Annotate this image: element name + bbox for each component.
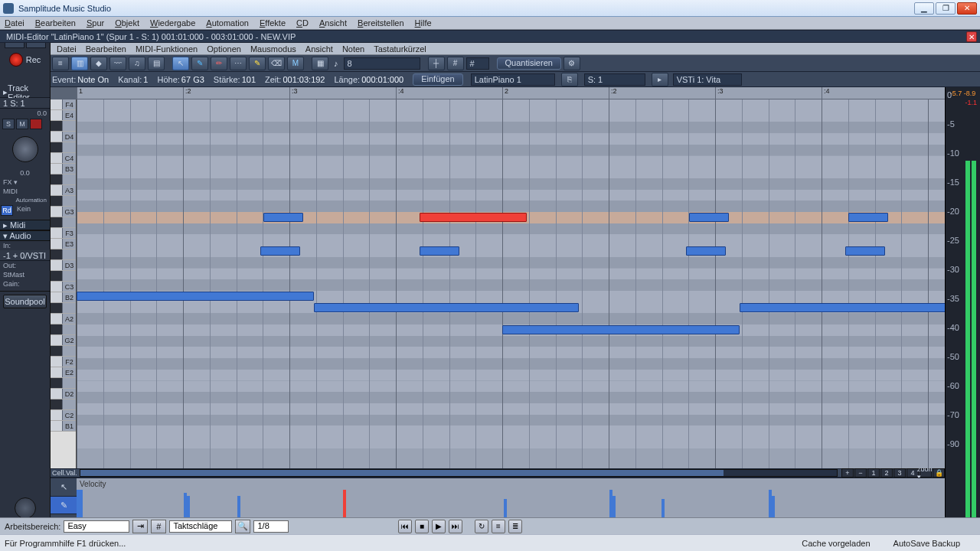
midi-note[interactable] <box>314 303 579 312</box>
track-select[interactable]: LatinPiano 1 <box>471 73 555 86</box>
zoom-3[interactable]: 3 <box>893 468 906 478</box>
menu-bereitstellen[interactable]: Bereitstellen <box>358 18 404 28</box>
velocity-draw-tool[interactable]: ✎ <box>51 497 77 515</box>
velocity-tool-button[interactable]: ✎ <box>249 57 266 70</box>
menu-datei[interactable]: Datei <box>5 18 24 28</box>
draw-tool-button[interactable]: ✎ <box>191 57 208 70</box>
midi-button[interactable]: MIDI <box>0 187 50 196</box>
arm-record-button[interactable] <box>30 119 42 129</box>
midi-menu-noten[interactable]: Noten <box>342 44 364 54</box>
grid-fraction-select[interactable]: 1/8 <box>253 520 289 533</box>
select-tool-button[interactable]: ↖ <box>172 57 189 70</box>
note-value-select[interactable]: 8 <box>344 57 420 70</box>
channel-value[interactable]: 1 <box>143 75 148 84</box>
insert-button[interactable]: Einfügen <box>413 73 462 86</box>
vsti-edit-button[interactable]: ▸ <box>652 73 668 86</box>
erase-tool-button[interactable]: ⌫ <box>268 57 285 70</box>
note-grid[interactable] <box>77 99 945 468</box>
menu-ansicht[interactable]: Ansicht <box>319 18 347 28</box>
midi-menu-optionen[interactable]: Optionen <box>207 44 241 54</box>
h-scrollbar[interactable] <box>80 469 838 477</box>
pan-knob[interactable] <box>12 136 38 162</box>
zoom-tool-button[interactable]: M <box>287 57 304 70</box>
midi-note[interactable] <box>420 246 459 256</box>
velocity-value[interactable]: 101 <box>242 75 256 84</box>
soundpool-button[interactable]: Soundpool <box>3 295 47 308</box>
mute-button[interactable]: M <box>16 119 28 129</box>
event-view-button[interactable]: ▤ <box>148 57 165 70</box>
solo-button[interactable]: S <box>2 119 15 129</box>
quantize-grid-button[interactable]: ▦ <box>312 57 328 70</box>
drum-view-button[interactable]: ◆ <box>90 57 107 70</box>
grid-unit-select[interactable]: Taktschläge <box>169 520 232 533</box>
quantize-settings-button[interactable]: ⚙ <box>564 57 580 70</box>
slot-select[interactable]: S: 1 <box>584 73 645 86</box>
marker-button[interactable]: ⇥ <box>132 520 148 533</box>
midi-note[interactable] <box>420 213 527 222</box>
score-view-button[interactable]: ♫ <box>129 57 145 70</box>
zoom-+[interactable]: + <box>841 468 854 478</box>
grid-toggle-button[interactable]: # <box>151 520 166 533</box>
midi-note[interactable] <box>77 292 314 301</box>
workspace-select[interactable]: Easy <box>64 520 129 533</box>
snap-grid-button[interactable]: # <box>447 57 464 70</box>
midi-editor-close-button[interactable]: ✕ <box>966 31 977 42</box>
midi-menu-ansicht[interactable]: Ansicht <box>305 44 333 54</box>
audio-section-header[interactable]: ▾ Audio <box>0 230 50 241</box>
audio-out-value[interactable]: StMast <box>0 270 50 279</box>
timeline-ruler[interactable]: 1:2:3:42:2:3:4 <box>77 87 945 99</box>
wave-view-button[interactable]: 〰 <box>109 57 126 70</box>
midi-note[interactable] <box>502 325 740 334</box>
snap-button[interactable]: ┼ <box>428 57 445 70</box>
midi-note[interactable] <box>689 213 729 222</box>
midi-menu-tastaturkürzel[interactable]: Tastaturkürzel <box>374 44 426 54</box>
list-view-button[interactable]: ≡ <box>52 57 69 70</box>
stop-button[interactable]: ■ <box>415 520 429 533</box>
menu-hilfe[interactable]: Hilfe <box>415 18 432 28</box>
pianoroll-view-button[interactable]: ▥ <box>71 57 88 70</box>
piano-keyboard[interactable]: F4E4D4C4B3A3G3F3E3D3C3B2A2G2F2E2D2C2B1 <box>51 99 77 468</box>
velocity-select-tool[interactable]: ↖ <box>51 478 77 497</box>
menu-bearbeiten[interactable]: Bearbeiten <box>35 18 76 28</box>
midi-section-header[interactable]: ▸ Midi <box>0 220 50 230</box>
midi-note[interactable] <box>848 213 888 222</box>
restore-button[interactable]: ❐ <box>936 2 956 15</box>
punch-button[interactable]: ≡ <box>492 520 505 533</box>
midi-menu-midi-funktionen[interactable]: MIDI-Funktionen <box>136 44 198 54</box>
snap-value-select[interactable]: # <box>466 57 489 70</box>
midi-note[interactable] <box>260 246 300 256</box>
menu-wiedergabe[interactable]: Wiedergabe <box>150 18 195 28</box>
menu-effekte[interactable]: Effekte <box>260 18 286 28</box>
zoom-2[interactable]: 2 <box>880 468 893 478</box>
track-link-button[interactable]: ⎘ <box>561 73 578 86</box>
vsti-select[interactable]: VSTi 1: Vita <box>673 73 742 86</box>
fx-button[interactable]: FX ▾ <box>0 178 50 187</box>
zoom-tool[interactable]: 🔍 <box>235 520 250 533</box>
menu-objekt[interactable]: Objekt <box>115 18 139 28</box>
read-automation-button[interactable]: Rd <box>1 205 13 216</box>
midi-note[interactable] <box>263 213 303 222</box>
close-button[interactable]: ✕ <box>957 2 977 15</box>
midi-menu-datei[interactable]: Datei <box>57 44 77 54</box>
drum-tool-button[interactable]: ✏ <box>211 57 227 70</box>
pitch-value[interactable]: 67 G3 <box>181 75 204 84</box>
rewind-button[interactable]: ⏮ <box>398 520 412 533</box>
zoom-−[interactable]: − <box>854 468 867 478</box>
minimize-button[interactable]: ▁ <box>914 2 934 15</box>
record-button[interactable] <box>9 53 23 67</box>
metronome-button[interactable]: ≣ <box>508 520 522 533</box>
menu-spur[interactable]: Spur <box>87 18 104 28</box>
midi-note[interactable] <box>686 246 726 256</box>
play-button[interactable]: ▶ <box>432 520 446 533</box>
audio-in-value[interactable]: -1 + 0/VSTI <box>0 250 50 261</box>
zoom-🔒[interactable]: 🔒 <box>933 468 945 478</box>
quantize-button[interactable]: Quantisieren <box>497 57 561 70</box>
loop-button[interactable]: ↻ <box>475 520 488 533</box>
midi-menu-mausmodus[interactable]: Mausmodus <box>250 44 296 54</box>
length-value[interactable]: 000:01:000 <box>361 75 403 84</box>
pattern-tool-button[interactable]: ⋯ <box>230 57 247 70</box>
menu-automation[interactable]: Automation <box>206 18 249 28</box>
time-value[interactable]: 001:03:192 <box>283 75 325 84</box>
menu-cd[interactable]: CD <box>296 18 309 28</box>
track-row[interactable]: 1 S: 1 <box>0 98 50 109</box>
